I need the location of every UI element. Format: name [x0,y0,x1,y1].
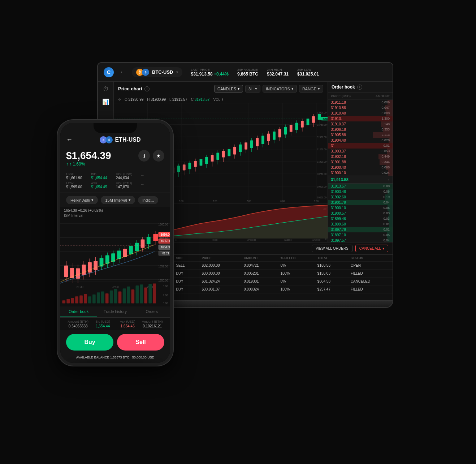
svg-rect-177 [97,293,100,304]
col-side: SIDE [173,255,199,262]
ob-mid-price: 31,913.58 ↑ [328,176,393,184]
svg-text:31913.58: 31913.58 [323,118,328,120]
svg-text:1654.38: 1654.38 [161,245,170,249]
svg-rect-178 [101,292,104,304]
svg-rect-50 [183,164,186,170]
chart-icon[interactable]: 📊 [102,98,109,105]
svg-rect-183 [123,289,126,304]
svg-rect-133 [88,262,92,272]
svg-text:31500.00: 31500.00 [317,136,326,138]
candles-button[interactable]: CANDLES ▾ [214,85,243,93]
ob-bid-row: 31899.46 0.03 [328,216,393,222]
ob-ask-row: 31905.88 2.113 [328,132,393,138]
indicators-button[interactable]: INDICATORS ▾ [263,85,297,93]
cancel-all-button[interactable]: CANCEL ALL ▾ [355,245,388,252]
col-amount: AMOUNT [241,255,278,262]
order-book-panel: Order book i PRICE (USD) AMOUNT [328,82,393,242]
svg-text:01.21: 01.21 [163,251,169,255]
buy-button[interactable]: Buy [66,334,113,351]
clock-icon[interactable]: ⏱ [103,86,109,93]
ob-ask-row: 31910. 1.300 [328,116,393,121]
ob-bid-row: 31900.10 0.06 [328,205,393,211]
range-button[interactable]: RANGE ▾ [299,85,323,93]
phone-chart-area: 1654.38 +0.26 (+0.02%) ISM Interval 1660… [60,207,170,306]
last-price-label: LAST PRICE [191,68,229,72]
heikin-ashi-button[interactable]: Heikin Ashi ▾ [66,196,98,204]
svg-rect-86 [284,127,287,134]
phone-orderbook-content: Amount (ETH) Bid (USD) Ask (USD) Amount … [60,318,170,330]
svg-text:32500.00: 32500.00 [312,239,320,242]
svg-text:32000.00: 32000.00 [317,111,326,114]
svg-rect-172 [75,297,78,304]
ob-ask-row: 31902.18 0.449 [328,154,393,159]
chart-toolbar: Price chart i CANDLES ▾ 3H ▾ [114,82,328,96]
svg-rect-151 [141,240,145,248]
svg-rect-153 [147,237,151,244]
phone-back-button[interactable]: ← [66,136,73,143]
svg-rect-190 [153,284,156,304]
sell-button[interactable]: Sell [117,334,164,351]
chevron-down-icon: ▾ [129,198,131,202]
svg-rect-70 [239,145,242,152]
crosshair-icon: ✛ [118,98,121,102]
back-icon[interactable]: ← [120,68,126,76]
svg-text:1660.00: 1660.00 [158,222,168,226]
chart-value-label: 1654.38 +0.26 (+0.02%) [64,209,103,212]
ob-bid-row: 31902.60 0.19 [328,194,393,200]
phone-volusd-overflow: ... [141,172,164,180]
phone-chart-controls: Heikin Ashi ▾ 15M Interval ▾ Indic... [60,193,170,207]
phone-voleth-stat: VOL (ETH) 147,870 [116,181,139,189]
ob-info-icon[interactable]: i [357,85,362,90]
svg-rect-131 [82,265,86,275]
view-all-orders-button[interactable]: VIEW ALL ORDERS [312,245,352,252]
svg-rect-179 [105,293,109,304]
svg-text:9:00: 9:00 [314,200,319,202]
phone-info-button[interactable]: ℹ [138,150,150,162]
phone-pair-icons: Ξ $ [100,136,113,143]
chart-info-icon[interactable]: i [144,86,150,91]
svg-text:32300.00: 32300.00 [284,239,293,242]
svg-text:1656.04: 1656.04 [161,233,170,237]
phone-chart-svg: 1660.00 1657.50 1655.00 1652.50 1650.00 … [60,214,170,289]
phone-star-button[interactable]: ★ [153,150,164,162]
ob-ask-row: 31904.40 0.028 [328,138,393,143]
ob-bid-row: 31899.60 0.01 [328,222,393,227]
interval-button[interactable]: 15M Interval ▾ [101,196,135,204]
svg-rect-92 [301,121,304,128]
ob-bid-row: 31897.10 0.05 [328,232,393,238]
svg-text:0.00: 0.00 [163,301,168,305]
interval-button[interactable]: 3H ▾ [245,85,260,93]
tab-trade-history[interactable]: Trade history [97,306,133,317]
ob-bid-row: 31901.79 0.04 [328,200,393,205]
phone-volusd-stat: VOL (USD) 244,634 [116,172,139,180]
phone: ← Ξ $ ETH-USD $1,654.39 ↑ ↑ 1.69% [57,120,173,366]
col-price: PRICE [199,255,241,262]
svg-rect-171 [71,298,74,304]
pair-selector[interactable]: ₿ $ BTC-USD ▾ [132,67,182,77]
svg-rect-96 [312,116,315,123]
low-stat: 24H LOW $31,025.01 [297,68,319,77]
scene: C ← ₿ $ BTC-USD ▾ LAST PRICE [39,33,437,431]
last-price-stat: LAST PRICE $31,913.58 +0.44% [191,68,229,77]
svg-rect-80 [267,134,270,141]
tab-order-book[interactable]: Order book [60,306,97,317]
svg-rect-58 [205,157,208,164]
phone-price-section: $1,654.39 ↑ ↑ 1.69% ℹ ★ [60,147,170,171]
ob-bid-row: 31913.57 0.00 [328,184,393,189]
svg-rect-68 [233,147,236,154]
chevron-down-icon: ▾ [91,198,94,202]
svg-rect-66 [228,149,230,156]
phone-bid-stat: BID $1,654.44 [91,172,114,180]
tab-orders[interactable]: Orders [134,306,170,317]
svg-text:31750.00: 31750.00 [317,124,326,126]
phone-screen: ← Ξ $ ETH-USD $1,654.39 ↑ ↑ 1.69% [60,123,170,363]
col-status: STATUS [348,255,393,262]
svg-text:31250.00: 31250.00 [317,148,326,151]
high-value: $32,047.31 [267,72,289,77]
phone-high-stat: HIGH $1,661.90 [66,172,90,180]
up-arrow-icon: ↑ [66,162,68,167]
ob-bid-row: 31897.79 0.01 [328,227,393,232]
indicators-button[interactable]: Indic... [138,196,158,204]
ob-asks: 31911.18 0.006 31910.88 0.047 [328,100,393,242]
col-total: TOTAL [315,255,348,262]
